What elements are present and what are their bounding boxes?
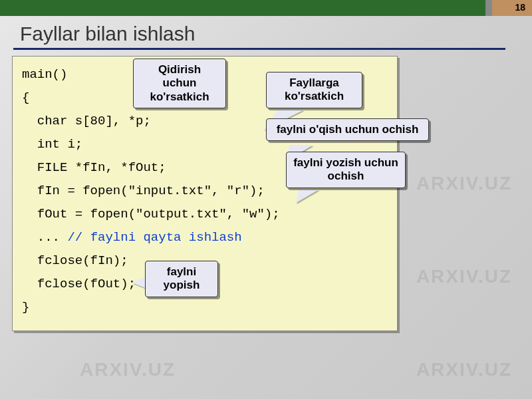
title-underline <box>13 48 505 50</box>
code-line: ... <box>22 230 67 245</box>
code-comment: // faylni qayta ishlash <box>67 230 241 245</box>
header-accent-tan <box>492 0 532 16</box>
code-line: } <box>22 300 29 315</box>
callout-close-file: faylni yopish <box>145 261 218 297</box>
code-line: fclose(fIn); <box>22 253 128 268</box>
callout-file-pointer: Fayllarga ko'rsatkich <box>266 72 362 108</box>
code-line: { <box>22 90 29 105</box>
code-line: char s[80], *p; <box>22 114 151 128</box>
code-line: fOut = fopen("output.txt", "w"); <box>22 207 280 221</box>
code-line: int i; <box>22 137 82 152</box>
page-number: 18 <box>515 2 525 13</box>
callout-search-pointer: Qidirish uchun ko'rsatkich <box>133 59 226 108</box>
callout-open-write: faylni yozish uchun ochish <box>286 152 406 188</box>
code-line: fIn = fopen("input.txt", "r"); <box>22 184 265 198</box>
callout-open-read: faylni o'qish uchun ochish <box>266 118 429 141</box>
slide-title: Fayllar bilan ishlash <box>20 23 195 45</box>
code-line: FILE *fIn, *fOut; <box>22 160 166 175</box>
code-line: main() <box>22 67 67 82</box>
header-bar <box>0 0 532 16</box>
header-accent-gray <box>485 0 492 16</box>
code-line: fclose(fOut); <box>22 277 136 291</box>
